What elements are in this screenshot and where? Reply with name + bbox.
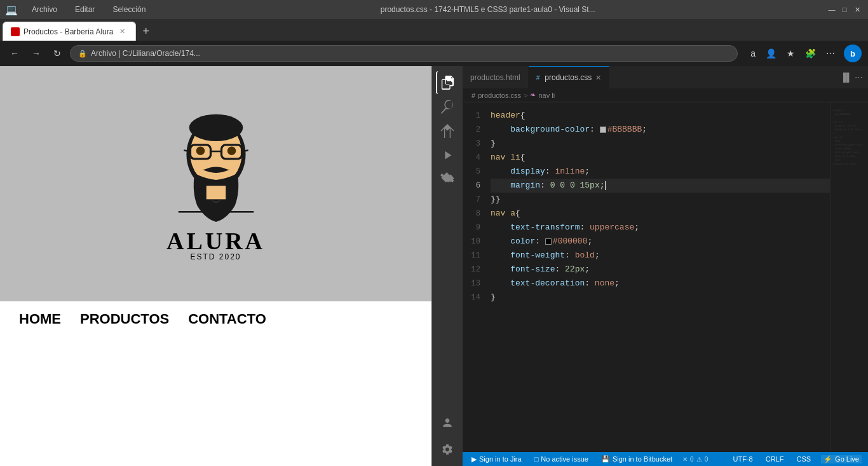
line-num-7: 7: [463, 193, 488, 207]
menu-selection[interactable]: Selección: [109, 3, 149, 17]
code-token: :: [535, 235, 545, 249]
activity-settings[interactable]: [436, 438, 459, 461]
code-token: :: [540, 179, 550, 193]
code-token: [555, 179, 560, 193]
reader-mode-btn[interactable]: a: [747, 46, 759, 61]
browser-tab-active[interactable]: Productos - Barbería Alura ✕: [3, 22, 136, 41]
vscode-icon: 💻: [5, 4, 18, 16]
lock-icon: 🔒: [78, 50, 87, 58]
activity-run[interactable]: [436, 144, 459, 167]
code-token: 0: [560, 179, 565, 193]
status-right: UTF-8 CRLF CSS ⚡ Go Live: [731, 455, 862, 463]
maximize-btn[interactable]: □: [839, 4, 850, 15]
code-token: #BBBBBB: [607, 123, 642, 137]
line-num-9: 9: [463, 221, 488, 235]
activity-search[interactable]: [436, 95, 459, 118]
line-num-12: 12: [463, 263, 488, 277]
split-editor-btn[interactable]: ▐▌: [841, 72, 852, 82]
code-token: text-transform: [510, 221, 580, 235]
breadcrumb: # productos.css > ❧ nav li: [463, 88, 868, 102]
new-tab-btn[interactable]: +: [137, 25, 154, 38]
nav-home[interactable]: HOME: [19, 311, 61, 327]
activity-git[interactable]: [436, 120, 459, 142]
code-indent: [491, 165, 510, 179]
line-num-4: 4: [463, 151, 488, 165]
breadcrumb-sep1: >: [524, 92, 527, 99]
code-token: :: [555, 263, 565, 277]
issue-icon: □: [534, 455, 539, 463]
bitbucket-icon: 💾: [601, 455, 610, 463]
editor-content[interactable]: 1 2 3 4 5 6 7 8 9 10 11 12 13 14: [463, 102, 868, 452]
code-token: [575, 179, 580, 193]
status-go-live[interactable]: ⚡ Go Live: [821, 455, 862, 463]
code-token: ;: [634, 221, 639, 235]
code-token: ;: [585, 263, 590, 277]
profile-btn[interactable]: 👤: [762, 46, 780, 61]
activity-explorer[interactable]: [436, 71, 459, 94]
jira-label: Sign in to Jira: [479, 455, 522, 463]
code-token: {: [520, 109, 526, 123]
code-token: uppercase: [590, 221, 634, 235]
code-token: 0: [550, 179, 555, 193]
css-tab-label: productos.css: [545, 73, 592, 82]
code-token: {: [515, 207, 520, 221]
activity-accounts[interactable]: [436, 411, 459, 434]
css-tab-close[interactable]: ✕: [595, 74, 601, 82]
code-token: }: [496, 193, 501, 207]
status-bitbucket[interactable]: 💾 Sign in to Bitbucket: [599, 455, 675, 463]
warning-count: 0: [705, 456, 709, 463]
bitbucket-label: Sign in to Bitbucket: [613, 455, 672, 463]
status-language[interactable]: CSS: [794, 455, 813, 463]
breadcrumb-symbol-icon: ❧: [530, 91, 536, 99]
tab-close-btn[interactable]: ✕: [117, 26, 128, 37]
svg-line-7: [241, 150, 248, 151]
close-btn[interactable]: ✕: [851, 4, 863, 15]
back-btn[interactable]: ←: [6, 46, 23, 61]
address-field[interactable]: 🔒 Archivo | C:/Liliana/Oracle/174...: [70, 45, 738, 62]
code-token: header: [491, 109, 520, 123]
status-no-issue[interactable]: □ No active issue: [532, 455, 591, 463]
line-num-11: 11: [463, 249, 488, 263]
line-num-3: 3: [463, 137, 488, 151]
code-token: inline: [555, 165, 585, 179]
tab-html[interactable]: productos.html: [463, 66, 529, 88]
tab-css[interactable]: # productos.css ✕: [529, 66, 610, 88]
menu-file[interactable]: Archivo: [28, 3, 61, 17]
code-line-3: }: [491, 137, 830, 151]
barber-logo: ALURA ESTD 2020: [159, 106, 273, 261]
code-token: ;: [595, 249, 600, 263]
status-sign-in-jira[interactable]: ▶ Sign in to Jira: [469, 455, 524, 463]
code-token: bold: [575, 249, 595, 263]
code-token: ;: [600, 179, 605, 193]
forward-btn[interactable]: →: [28, 46, 44, 61]
browser-tab-bar: Productos - Barbería Alura ✕ +: [0, 19, 868, 41]
nav-contacto[interactable]: CONTACTO: [188, 311, 266, 327]
code-line-6: margin: 0 0 0 15px;: [491, 179, 830, 193]
status-encoding[interactable]: UTF-8: [731, 455, 756, 463]
preview-nav: HOME PRODUCTOS CONTACTO: [0, 301, 431, 337]
more-actions-btn[interactable]: ⋯: [855, 72, 863, 82]
bing-btn[interactable]: b: [844, 45, 862, 62]
code-token: ;: [587, 235, 592, 249]
status-line-ending[interactable]: CRLF: [763, 455, 787, 463]
favorites-btn[interactable]: ★: [783, 46, 799, 61]
breadcrumb-symbol: nav li: [538, 92, 555, 99]
extensions-btn[interactable]: 🧩: [801, 46, 820, 61]
code-token: text-decoration: [510, 277, 585, 291]
vscode-editor: productos.html # productos.css ✕ ▐▌ ⋯: [463, 66, 868, 466]
more-btn[interactable]: ⋯: [822, 46, 839, 61]
reload-btn[interactable]: ↻: [50, 46, 65, 61]
code-token: }: [491, 291, 496, 305]
code-indent: [491, 221, 510, 235]
breadcrumb-file: #: [471, 92, 475, 99]
code-lines[interactable]: header{ background-color: #BBBBBB; }: [488, 102, 830, 452]
code-token: :: [580, 221, 590, 235]
line-num-1: 1: [463, 109, 488, 123]
code-token: :: [590, 123, 600, 137]
code-indent: [491, 277, 510, 291]
activity-extensions[interactable]: [436, 168, 459, 191]
minimize-btn[interactable]: —: [826, 4, 837, 15]
menu-edit[interactable]: Editar: [71, 3, 98, 17]
preview-content: [0, 337, 431, 466]
nav-productos[interactable]: PRODUCTOS: [80, 311, 169, 327]
